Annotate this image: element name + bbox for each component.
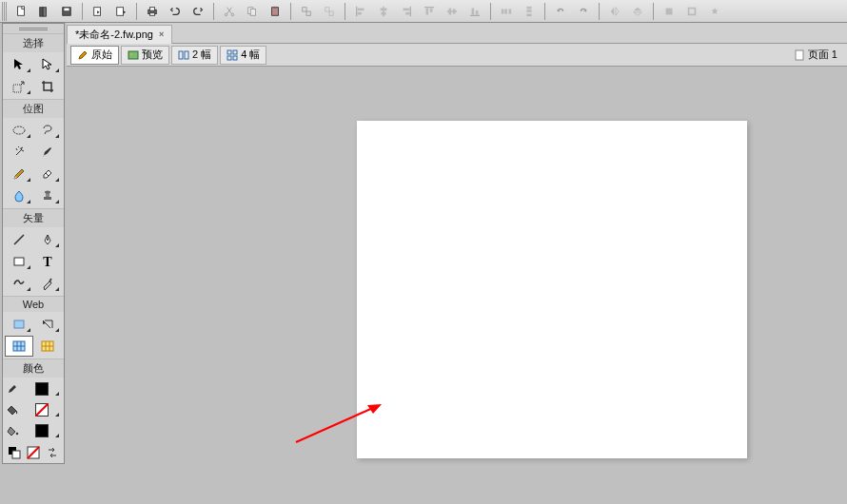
pen-tool[interactable]	[34, 229, 63, 250]
canvas-color-swatch[interactable]	[22, 421, 62, 440]
file-tab[interactable]: *未命名-2.fw.png ×	[67, 25, 172, 44]
rotate-left-button[interactable]	[550, 2, 571, 21]
align-right-button[interactable]	[396, 2, 417, 21]
stroke-color-swatch[interactable]	[22, 379, 62, 398]
svg-rect-63	[14, 258, 24, 265]
svg-rect-52	[227, 56, 231, 60]
export-button[interactable]	[110, 2, 131, 21]
view-2up-tab[interactable]: 2 幅	[171, 46, 218, 65]
magic-wand-tool[interactable]	[5, 142, 33, 163]
align-vcenter-button[interactable]	[442, 2, 463, 21]
align-left-button[interactable]	[350, 2, 371, 21]
svg-rect-36	[472, 8, 475, 14]
knife-tool[interactable]	[34, 273, 63, 294]
svg-rect-33	[449, 8, 452, 14]
print-button[interactable]	[142, 2, 163, 21]
canvas-area[interactable]	[67, 67, 847, 504]
align-hcenter-button[interactable]	[373, 2, 394, 21]
undo-button[interactable]	[165, 2, 186, 21]
effects-button[interactable]	[704, 2, 725, 21]
svg-line-74	[35, 403, 49, 417]
distribute-h-button[interactable]	[496, 2, 517, 21]
slice-tool[interactable]	[34, 314, 63, 335]
file-tab-name: *未命名-2.fw.png	[75, 28, 153, 42]
ungroup-button[interactable]	[319, 2, 340, 21]
svg-rect-41	[526, 6, 531, 9]
stroke-button[interactable]	[681, 2, 702, 21]
scale-tool[interactable]	[5, 76, 33, 97]
svg-rect-43	[526, 13, 531, 16]
svg-point-75	[16, 433, 18, 435]
marquee-tool[interactable]	[5, 120, 33, 141]
toolbar-grip[interactable]	[2, 2, 7, 21]
text-tool[interactable]: T	[34, 251, 63, 272]
lasso-tool[interactable]	[34, 120, 63, 141]
group-button[interactable]	[296, 2, 317, 21]
crop-tool[interactable]	[34, 76, 63, 97]
four-pane-icon	[227, 49, 238, 61]
svg-rect-44	[666, 8, 673, 14]
blur-tool[interactable]	[5, 185, 33, 206]
pointer-tool[interactable]	[5, 54, 33, 75]
freeform-tool[interactable]	[5, 273, 33, 294]
view-original-tab[interactable]: 原始	[70, 46, 119, 65]
eraser-tool[interactable]	[34, 164, 63, 184]
save-button[interactable]	[56, 2, 77, 21]
pencil-icon	[77, 49, 89, 61]
align-bottom-button[interactable]	[464, 2, 485, 21]
select-section-header: 选择	[3, 34, 64, 52]
line-tool[interactable]	[5, 229, 33, 250]
new-file-button[interactable]	[10, 2, 31, 21]
hotspot-tool[interactable]	[5, 314, 33, 335]
cut-button[interactable]	[219, 2, 240, 21]
import-button[interactable]	[88, 2, 108, 21]
paint-bucket-tool[interactable]	[5, 421, 20, 440]
flip-h-button[interactable]	[604, 2, 625, 21]
svg-point-10	[225, 13, 227, 16]
svg-rect-77	[12, 451, 20, 458]
close-tab-button[interactable]: ×	[159, 29, 164, 39]
distribute-v-button[interactable]	[519, 2, 540, 21]
copy-button[interactable]	[242, 2, 263, 21]
pencil-tool[interactable]	[5, 164, 33, 184]
flip-v-button[interactable]	[627, 2, 648, 21]
svg-point-56	[13, 126, 25, 134]
svg-point-11	[231, 13, 234, 16]
svg-rect-48	[179, 51, 183, 59]
rectangle-tool[interactable]	[5, 251, 33, 272]
svg-rect-25	[381, 11, 385, 14]
panel-grip[interactable]	[3, 24, 64, 33]
svg-rect-54	[796, 50, 803, 60]
colors-section-header: 颜色	[3, 359, 64, 378]
rotate-right-button[interactable]	[573, 2, 594, 21]
stroke-eyedropper[interactable]	[5, 379, 20, 398]
align-top-button[interactable]	[419, 2, 440, 21]
image-icon	[128, 49, 139, 61]
svg-rect-1	[40, 7, 43, 15]
no-color-button[interactable]	[26, 445, 41, 460]
default-colors-button[interactable]	[7, 445, 22, 460]
fill-button[interactable]	[659, 2, 680, 21]
svg-point-59	[45, 191, 50, 194]
svg-rect-27	[404, 8, 410, 10]
svg-rect-9	[149, 12, 154, 15]
paste-button[interactable]	[265, 2, 286, 21]
stamp-tool[interactable]	[34, 185, 63, 206]
fill-bucket[interactable]	[5, 400, 20, 419]
pencil-stroke-icon	[6, 382, 19, 396]
show-slices-button[interactable]	[34, 336, 63, 357]
hide-slices-button[interactable]	[5, 336, 33, 357]
tool-panel: 选择 位图 矢量 T	[2, 23, 65, 464]
subselect-tool[interactable]	[34, 54, 63, 75]
view-preview-tab[interactable]: 预览	[121, 46, 169, 65]
redo-button[interactable]	[187, 2, 208, 21]
fill-color-swatch[interactable]	[22, 400, 62, 419]
svg-rect-28	[405, 11, 409, 14]
swap-colors-button[interactable]	[45, 445, 60, 460]
page-indicator[interactable]: 页面 1	[789, 46, 843, 64]
view-4up-tab[interactable]: 4 幅	[220, 46, 266, 65]
open-file-button[interactable]	[33, 2, 54, 21]
brush-tool[interactable]	[34, 142, 63, 163]
svg-rect-49	[185, 51, 188, 59]
canvas[interactable]	[357, 121, 747, 458]
